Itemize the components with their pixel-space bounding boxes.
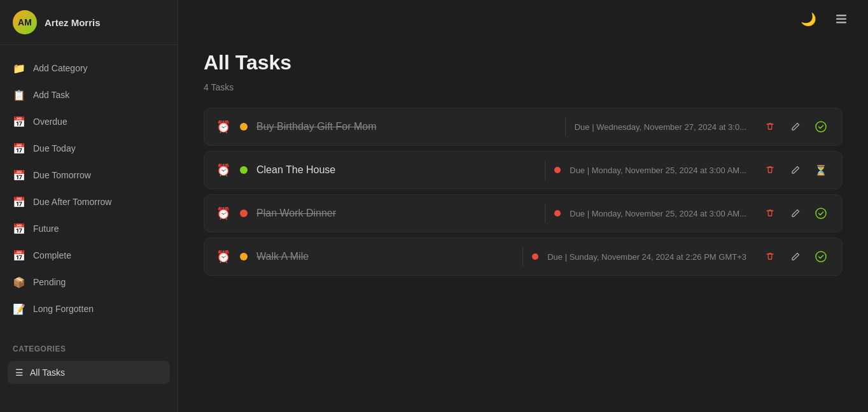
svg-rect-2 <box>836 22 846 24</box>
sidebar-item-due-tomorrow[interactable]: 📅 Due Tomorrow <box>0 162 178 188</box>
due-date-task-1: Due | Wednesday, November 27, 2024 at 3:… <box>575 122 746 132</box>
nav-icon-long-forgotten: 📝 <box>13 302 25 315</box>
nav-label-complete: Complete <box>33 250 71 260</box>
sidebar-item-add-category[interactable]: 📁 Add Category <box>0 55 178 81</box>
sidebar-item-long-forgotten[interactable]: 📝 Long Forgotten <box>0 296 178 322</box>
delete-btn-task-1[interactable] <box>760 117 780 136</box>
svg-point-3 <box>816 122 826 132</box>
alarm-icon-task-3: ⏰ <box>216 206 231 220</box>
nav-label-add-category: Add Category <box>33 63 88 73</box>
svg-rect-0 <box>836 15 846 17</box>
delete-btn-task-4[interactable] <box>760 247 780 266</box>
sidebar-item-pending[interactable]: 📦 Pending <box>0 269 178 295</box>
nav-icon-due-tomorrow: 📅 <box>13 169 25 181</box>
edit-btn-task-2[interactable] <box>786 160 805 180</box>
due-date-task-3: Due | Monday, November 25, 2024 at 3:00 … <box>570 209 746 218</box>
sidebar-item-future[interactable]: 📅 Future <box>0 216 178 241</box>
alarm-icon-task-4: ⏰ <box>216 250 231 264</box>
status-dot-task-3 <box>240 210 248 217</box>
task-row-task-4: ⏰ Walk A Mile Due | Sunday, November 24,… <box>204 238 843 276</box>
task-name-task-1: Buy Birthday Gift For Mom <box>256 121 556 132</box>
content-area: All Tasks 4 Tasks ⏰ Buy Birthday Gift Fo… <box>178 38 868 412</box>
username: Artez Morris <box>45 17 101 28</box>
nav-label-future: Future <box>33 224 59 234</box>
nav-icon-due-today: 📅 <box>13 142 25 155</box>
task-actions-task-3 <box>760 204 830 223</box>
svg-rect-1 <box>836 18 846 20</box>
task-row-task-1: ⏰ Buy Birthday Gift For Mom Due | Wednes… <box>204 108 843 146</box>
alarm-icon-task-2: ⏰ <box>216 163 231 177</box>
task-actions-task-4 <box>760 247 830 266</box>
status-dot-task-2 <box>240 166 248 174</box>
sidebar-item-overdue[interactable]: 📅 Overdue <box>0 109 178 134</box>
dark-mode-icon[interactable]: 🌙 <box>797 8 820 31</box>
nav-label-pending: Pending <box>33 277 66 287</box>
topbar: 🌙 <box>178 0 868 38</box>
complete-btn-task-3[interactable] <box>811 204 830 223</box>
task-actions-task-1 <box>760 117 830 136</box>
main-content: 🌙 All Tasks 4 Tasks ⏰ Buy Birthday Gift … <box>178 0 868 412</box>
nav-icon-due-after-tomorrow: 📅 <box>13 195 25 208</box>
nav-icon-pending: 📦 <box>13 276 25 288</box>
due-dot-task-3 <box>554 210 561 217</box>
sidebar-header: AM Artez Morris <box>0 0 178 45</box>
separator-task-4 <box>522 247 523 266</box>
edit-btn-task-3[interactable] <box>786 204 805 223</box>
nav-label-due-tomorrow: Due Tomorrow <box>33 170 91 180</box>
sidebar-item-due-after-tomorrow[interactable]: 📅 Due After Tomorrow <box>0 189 178 215</box>
list-view-icon[interactable] <box>830 8 853 31</box>
category-item-all-tasks[interactable]: ☰ All Tasks <box>8 361 170 384</box>
task-row-task-3: ⏰ Plan Work Dinner Due | Monday, Novembe… <box>204 194 843 232</box>
sidebar-item-add-task[interactable]: 📋 Add Task <box>0 82 178 108</box>
task-name-task-3: Plan Work Dinner <box>256 208 536 219</box>
sidebar-item-due-today[interactable]: 📅 Due Today <box>0 136 178 161</box>
due-date-task-2: Due | Monday, November 25, 2024 at 3:00 … <box>570 166 746 175</box>
due-date-task-4: Due | Sunday, November 24, 2024 at 2:26 … <box>547 252 746 262</box>
task-actions-task-2: ⏳ <box>760 160 830 180</box>
task-name-task-4: Walk A Mile <box>256 251 514 262</box>
alarm-icon-task-1: ⏰ <box>216 120 231 134</box>
task-list: ⏰ Buy Birthday Gift For Mom Due | Wednes… <box>204 108 843 276</box>
edit-btn-task-4[interactable] <box>786 247 805 266</box>
category-icon-all-tasks: ☰ <box>15 367 24 378</box>
nav-label-overdue: Overdue <box>33 117 67 127</box>
task-count: 4 Tasks <box>204 82 843 92</box>
complete-btn-task-4[interactable] <box>811 247 830 266</box>
avatar: AM <box>13 10 37 34</box>
task-row-task-2: ⏰ Clean The House Due | Monday, November… <box>204 151 843 189</box>
separator-task-1 <box>565 117 566 136</box>
status-dot-task-4 <box>240 253 248 260</box>
nav-label-due-today: Due Today <box>33 143 76 153</box>
delete-btn-task-2[interactable] <box>760 160 780 180</box>
edit-btn-task-1[interactable] <box>786 117 805 136</box>
page-title: All Tasks <box>204 51 843 75</box>
due-dot-task-4 <box>532 253 538 260</box>
nav-label-add-task: Add Task <box>33 90 69 100</box>
sidebar-nav: 📁 Add Category 📋 Add Task 📅 Overdue 📅 Du… <box>0 45 178 332</box>
due-dot-task-2 <box>554 167 561 173</box>
separator-task-3 <box>545 204 545 223</box>
complete-btn-task-1[interactable] <box>811 117 830 136</box>
nav-label-long-forgotten: Long Forgotten <box>33 304 94 314</box>
sidebar-item-complete[interactable]: 📅 Complete <box>0 243 178 268</box>
nav-icon-add-task: 📋 <box>13 89 25 101</box>
category-label-all-tasks: All Tasks <box>30 367 65 378</box>
delete-btn-task-3[interactable] <box>760 204 780 223</box>
nav-icon-add-category: 📁 <box>13 62 25 75</box>
categories-label: Categories <box>0 332 178 359</box>
pending-btn-task-2[interactable]: ⏳ <box>811 160 830 180</box>
nav-label-due-after-tomorrow: Due After Tomorrow <box>33 197 111 207</box>
svg-point-4 <box>816 208 826 218</box>
task-name-task-2: Clean The House <box>256 164 536 176</box>
nav-icon-future: 📅 <box>13 222 25 235</box>
nav-icon-overdue: 📅 <box>13 115 25 128</box>
svg-point-5 <box>816 252 826 262</box>
sidebar: AM Artez Morris 📁 Add Category 📋 Add Tas… <box>0 0 178 412</box>
status-dot-task-1 <box>240 123 248 131</box>
separator-task-2 <box>545 160 545 180</box>
nav-icon-complete: 📅 <box>13 249 25 262</box>
